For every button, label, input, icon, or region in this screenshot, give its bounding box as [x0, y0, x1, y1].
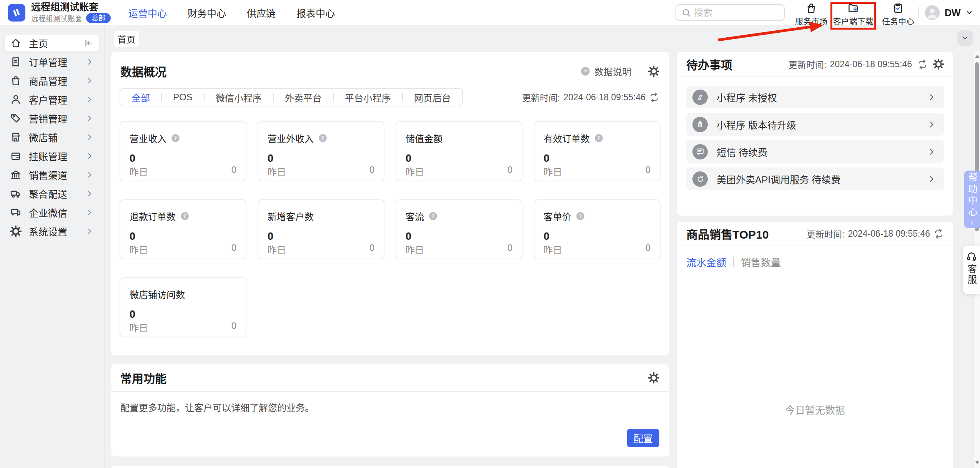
sidebar-item-delivery[interactable]: 聚合配送: [5, 185, 99, 202]
stat-card-other-revenue: 营业外收入 0 昨日0: [258, 121, 384, 181]
global-search[interactable]: [676, 4, 785, 21]
client-download-button[interactable]: 客户端下载: [830, 2, 876, 27]
question-circle-icon[interactable]: [594, 133, 604, 143]
tab-home[interactable]: 首页: [114, 31, 139, 47]
sidebar-item-channels[interactable]: 销售渠道: [5, 166, 99, 183]
sidebar-item-goods[interactable]: 商品管理: [5, 72, 99, 89]
help-center-button[interactable]: 帮助中心: [964, 171, 980, 228]
top10-updated: 更新时间:2024-06-18 09:55:46: [807, 227, 944, 240]
todo-item-sms-renewal[interactable]: 短信 待续费: [686, 140, 944, 163]
chevron-right-icon: [85, 171, 94, 179]
clipboard-check-icon: [892, 2, 904, 14]
nav-reports[interactable]: 报表中心: [296, 6, 335, 20]
question-circle-icon[interactable]: [576, 211, 585, 221]
goods-icon: [10, 75, 22, 86]
sidebar-item-wecom[interactable]: 企业微信: [5, 204, 99, 221]
question-circle-icon[interactable]: [180, 211, 190, 221]
filter-platform-mini[interactable]: 平台小程序: [334, 91, 402, 104]
scroll-up-arrow[interactable]: [975, 55, 980, 58]
chevron-right-icon: [85, 114, 94, 123]
data-help-link[interactable]: 数据说明: [580, 65, 631, 78]
refresh-icon[interactable]: [933, 229, 944, 239]
workspace-title: 远程组测试账套: [31, 2, 111, 12]
chevron-right-icon: [85, 152, 94, 160]
chevron-down-icon: [965, 8, 973, 17]
sidebar-item-orders[interactable]: 订单管理: [5, 53, 99, 70]
hq-badge: 总部: [86, 13, 111, 23]
workspace-subtitle: 远程组测试账套: [31, 13, 82, 23]
collapse-panel-button[interactable]: [957, 30, 973, 46]
folder-download-icon: [847, 2, 859, 14]
sidebar-item-credit[interactable]: 挂账管理: [5, 148, 99, 164]
todo-item-miniprogram-unauthorized[interactable]: 小程序 未授权: [686, 86, 944, 108]
configure-button[interactable]: 配置: [627, 429, 659, 447]
filter-wechat-mini[interactable]: 微信小程序: [205, 91, 273, 104]
tab-revenue-amount[interactable]: 流水金额: [686, 255, 726, 269]
nav-supply-chain[interactable]: 供应链: [247, 6, 276, 20]
gear-icon[interactable]: [933, 59, 944, 70]
refresh-icon[interactable]: [649, 92, 659, 103]
workspace-info: 远程组测试账套 远程组测试账套 总部: [31, 2, 111, 23]
order-icon: [10, 56, 22, 68]
miniprogram-icon: [692, 90, 708, 105]
collapse-sidebar-icon[interactable]: [84, 38, 94, 48]
customer-icon: [10, 94, 22, 105]
stat-card-valid-orders: 有效订单数 0 昨日0: [534, 121, 661, 181]
overview-updated: 更新时间:2024-06-18 09:55:46: [522, 91, 659, 104]
search-icon: [682, 8, 691, 17]
next-panel-edge: [111, 466, 669, 468]
filter-pos[interactable]: POS: [162, 92, 204, 103]
common-functions-settings-button[interactable]: [648, 372, 659, 383]
service-market-button[interactable]: 服务市场: [793, 2, 830, 27]
stat-card-stored-value: 储值金额 0 昨日0: [396, 121, 522, 181]
chevron-left-icon: [969, 219, 976, 226]
customer-service-button[interactable]: 客服: [963, 246, 980, 294]
overview-settings-button[interactable]: [648, 66, 659, 77]
chevron-right-icon: [85, 227, 94, 236]
filter-all[interactable]: 全部: [120, 91, 161, 104]
chevron-right-icon: [85, 58, 94, 66]
gear-icon: [648, 372, 659, 383]
nav-finance[interactable]: 财务中心: [188, 6, 226, 20]
home-icon: [10, 37, 22, 49]
chevron-right-icon: [927, 147, 936, 156]
sidebar-item-marketing[interactable]: 营销管理: [5, 110, 99, 127]
filter-takeout[interactable]: 外卖平台: [274, 91, 333, 104]
question-circle-icon[interactable]: [428, 211, 438, 221]
search-input[interactable]: [694, 7, 771, 18]
nav-operations[interactable]: 运营中心: [128, 6, 167, 20]
scroll-down-arrow[interactable]: [975, 461, 980, 464]
task-center-button[interactable]: 任务中心: [880, 2, 917, 27]
sms-icon: [692, 144, 708, 159]
topbar: 远程组测试账套 远程组测试账套 总部 运营中心 财务中心 供应链 报表中心 服务…: [0, 0, 980, 25]
todo-title: 待办事项: [686, 56, 732, 73]
settings-gear-icon: [10, 226, 22, 237]
sidebar-item-microstore[interactable]: 微店铺: [5, 129, 99, 146]
question-circle-icon[interactable]: [318, 133, 328, 143]
filter-web-admin[interactable]: 网页后台: [403, 91, 462, 104]
stat-card-refund-orders: 退款订单数 0 昨日0: [120, 199, 246, 259]
overview-title: 数据概况: [120, 63, 166, 80]
todo-item-meituan-api-renewal[interactable]: 美团外卖API调用服务 待续费: [686, 168, 944, 190]
channel-filter: 全部 POS 微信小程序 外卖平台 平台小程序 网页后台: [120, 88, 463, 106]
todo-item-miniprogram-upgrade[interactable]: 小程序 版本待升级: [686, 113, 944, 136]
logo-slash-icon: [10, 6, 23, 19]
common-functions-title: 常用功能: [120, 369, 166, 386]
top10-title: 商品销售TOP10: [686, 225, 769, 242]
common-functions-panel: 常用功能 配置更多功能，让客户可以详细了解您的业务。 配置: [111, 364, 669, 456]
stat-card-microstore-visits: 微店铺访问数 0 昨日0: [120, 277, 246, 337]
todo-updated: 更新时间:2024-06-18 09:55:46: [789, 58, 912, 71]
sidebar-item-settings[interactable]: 系统设置: [5, 223, 99, 240]
tab-sales-quantity[interactable]: 销售数量: [741, 255, 781, 269]
question-circle-icon[interactable]: [171, 133, 180, 143]
user-menu[interactable]: DW: [924, 5, 973, 21]
stat-card-avg-ticket: 客单价 0 昨日0: [534, 199, 661, 259]
delivery-truck-icon: [10, 188, 22, 199]
refresh-icon[interactable]: [917, 59, 928, 70]
sidebar-item-home[interactable]: 主页: [5, 35, 99, 51]
sidebar-item-customers[interactable]: 客户管理: [5, 91, 99, 108]
user-initials: DW: [945, 7, 961, 18]
topbar-divider: [918, 7, 919, 18]
top10-tabs: 流水金额 销售数量: [677, 246, 953, 269]
todo-panel: 待办事项 更新时间:2024-06-18 09:55:46 小程序 未授权 小程…: [677, 52, 953, 216]
